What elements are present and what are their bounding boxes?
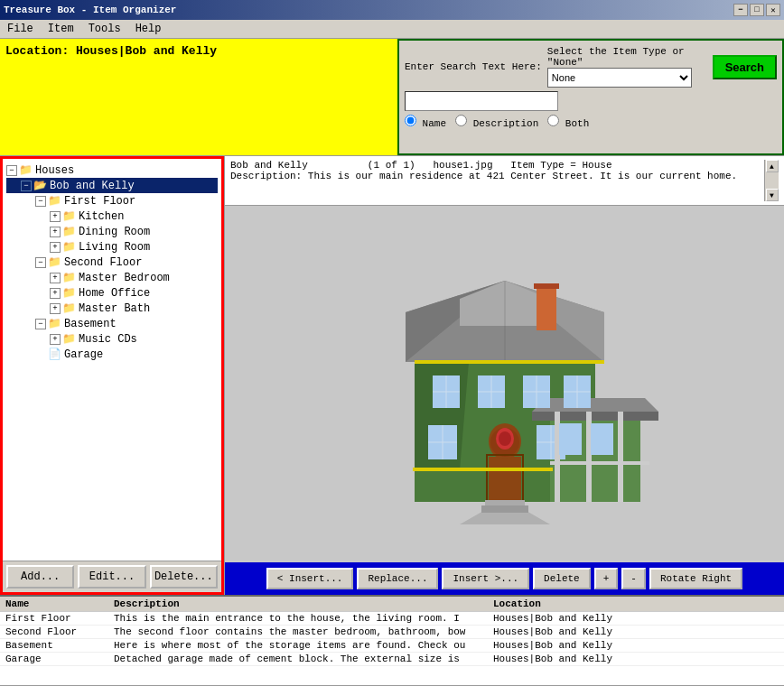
tree-label-basement: Basement [64, 318, 117, 330]
middle-section: − 📁 Houses − 📂 Bob and Kelly − 📁 Fi [0, 156, 784, 595]
radio-description-label[interactable]: Description [455, 115, 538, 129]
row-desc: The second floor contains the master bed… [114, 626, 493, 637]
rotate-right-button[interactable]: Rotate Right [649, 568, 742, 589]
svg-rect-42 [559, 423, 582, 455]
row-name: Second Floor [5, 626, 114, 637]
svg-rect-41 [550, 461, 649, 465]
tree-item-master-bedroom[interactable]: + 📁 Master Bedroom [6, 270, 218, 285]
insert-right-button[interactable]: Insert >... [442, 568, 529, 589]
expand-first-floor[interactable]: − [35, 196, 46, 207]
tree-panel: − 📁 Houses − 📂 Bob and Kelly − 📁 Fi [0, 156, 224, 595]
row-location: Houses|Bob and Kelly [493, 626, 779, 637]
image-panel: Bob and Kelly (1 of 1) house1.jpg Item T… [224, 156, 784, 595]
menubar: File Item Tools Help [0, 20, 784, 39]
scroll-up[interactable]: ▲ [766, 160, 779, 172]
edit-button[interactable]: Edit... [78, 565, 145, 589]
list-item[interactable]: Second Floor The second floor contains t… [0, 626, 784, 639]
search-input[interactable] [405, 91, 558, 111]
search-type-label: Select the Item Type or "None" [547, 46, 707, 68]
radio-name-label[interactable]: Name [405, 115, 446, 129]
list-item[interactable]: First Floor This is the main entrance to… [0, 612, 784, 626]
list-item[interactable]: Basement Here is where most of the stora… [0, 639, 784, 653]
folder-icon: 📁 [19, 163, 33, 177]
radio-both-label[interactable]: Both [547, 115, 589, 129]
tree-item-garage[interactable]: 📄 Garage [6, 347, 218, 362]
expand-second-floor[interactable]: − [35, 257, 46, 268]
tree-item-dining-room[interactable]: + 📁 Dining Room [6, 224, 218, 239]
search-type-select[interactable]: None House Room [547, 68, 692, 88]
radio-description[interactable] [455, 115, 467, 126]
expand-living[interactable]: + [50, 242, 61, 253]
folder-icon-mb: 📁 [62, 271, 76, 284]
close-button[interactable]: ✕ [766, 4, 780, 16]
plus-button[interactable]: + [594, 568, 619, 589]
add-button[interactable]: Add... [6, 565, 74, 589]
tree-root: − 📁 Houses − 📂 Bob and Kelly − 📁 Fi [6, 162, 218, 362]
tree-item-living-room[interactable]: + 📁 Living Room [6, 239, 218, 255]
tree-label-home-office: Home Office [79, 287, 150, 300]
folder-icon-living: 📁 [62, 240, 76, 254]
delete-button[interactable]: Delete... [150, 565, 218, 589]
item-file: house1.jpg [433, 160, 492, 171]
tree-item-home-office[interactable]: + 📁 Home Office [6, 285, 218, 301]
image-info: Bob and Kelly (1 of 1) house1.jpg Item T… [225, 156, 784, 206]
tree-item-master-bath[interactable]: + 📁 Master Bath [6, 301, 218, 316]
tree-container[interactable]: − 📁 Houses − 📂 Bob and Kelly − 📁 Fi [3, 159, 221, 561]
tree-item-music-cds[interactable]: + 📁 Music CDs [6, 331, 218, 347]
folder-icon-ho: 📁 [62, 286, 76, 300]
expand-dining[interactable]: + [50, 227, 61, 237]
expand-kitchen[interactable]: + [50, 211, 61, 222]
expand-bob-kelly[interactable]: − [21, 181, 32, 191]
menu-tools[interactable]: Tools [85, 22, 125, 36]
maximize-button[interactable]: □ [750, 4, 764, 16]
replace-button[interactable]: Replace... [357, 568, 438, 589]
expand-houses[interactable]: − [6, 165, 17, 176]
folder-icon-sf: 📁 [48, 255, 61, 269]
expand-home-office[interactable]: + [50, 288, 61, 299]
expand-basement[interactable]: − [35, 319, 46, 329]
expand-music[interactable]: + [50, 334, 61, 345]
tree-item-second-floor[interactable]: − 📁 Second Floor [6, 255, 218, 270]
item-count: (1 of 1) [368, 160, 415, 171]
tree-item-first-floor[interactable]: − 📁 First Floor [6, 193, 218, 209]
search-button[interactable]: Search [713, 55, 777, 79]
tree-item-bob-kelly[interactable]: − 📂 Bob and Kelly [6, 178, 218, 193]
radio-both[interactable] [547, 115, 559, 126]
row-name: First Floor [5, 613, 114, 624]
location-text: Location: Houses|Bob and Kelly [5, 44, 217, 58]
expand-master-bed[interactable]: + [50, 273, 61, 283]
tree-label-music-cds: Music CDs [79, 333, 137, 346]
radio-name[interactable] [405, 115, 416, 126]
svg-rect-13 [534, 283, 559, 289]
search-top-row: Enter Search Text Here: Select the Item … [405, 46, 777, 88]
tree-item-basement[interactable]: − 📁 Basement [6, 316, 218, 331]
minus-button[interactable]: - [621, 568, 646, 589]
tree-buttons: Add... Edit... Delete... [3, 561, 221, 592]
menu-file[interactable]: File [4, 22, 37, 36]
list-item[interactable]: Garage Detached garage made of cement bl… [0, 653, 784, 666]
col-name: Name [5, 598, 114, 609]
expand-master-bath[interactable]: + [50, 303, 61, 314]
tree-label-houses: Houses [35, 164, 74, 177]
menu-help[interactable]: Help [132, 22, 165, 36]
tree-label-master-bath: Master Bath [79, 302, 150, 315]
tree-item-kitchen[interactable]: + 📁 Kitchen [6, 209, 218, 224]
row-desc: Here is where most of the storage items … [114, 640, 493, 651]
tree-label-second-floor: Second Floor [64, 256, 142, 269]
menu-item[interactable]: Item [44, 22, 78, 36]
tree-root-item[interactable]: − 📁 Houses [6, 162, 218, 178]
minimize-button[interactable]: − [733, 4, 748, 16]
image-info-line1: Bob and Kelly (1 of 1) house1.jpg Item T… [230, 160, 764, 171]
svg-rect-48 [413, 468, 553, 471]
folder-icon-basement: 📁 [48, 317, 61, 330]
svg-rect-43 [591, 423, 613, 455]
house-image [351, 245, 658, 524]
insert-left-button[interactable]: < Insert... [266, 568, 354, 589]
folder-open-icon: 📂 [33, 179, 47, 192]
scroll-down[interactable]: ▼ [766, 189, 779, 201]
svg-rect-12 [537, 285, 556, 330]
item-name: Bob and Kelly [230, 160, 308, 171]
folder-icon-music: 📁 [62, 332, 76, 346]
row-desc: Detached garage made of cement block. Th… [114, 654, 493, 664]
delete-image-button[interactable]: Delete [533, 568, 591, 589]
